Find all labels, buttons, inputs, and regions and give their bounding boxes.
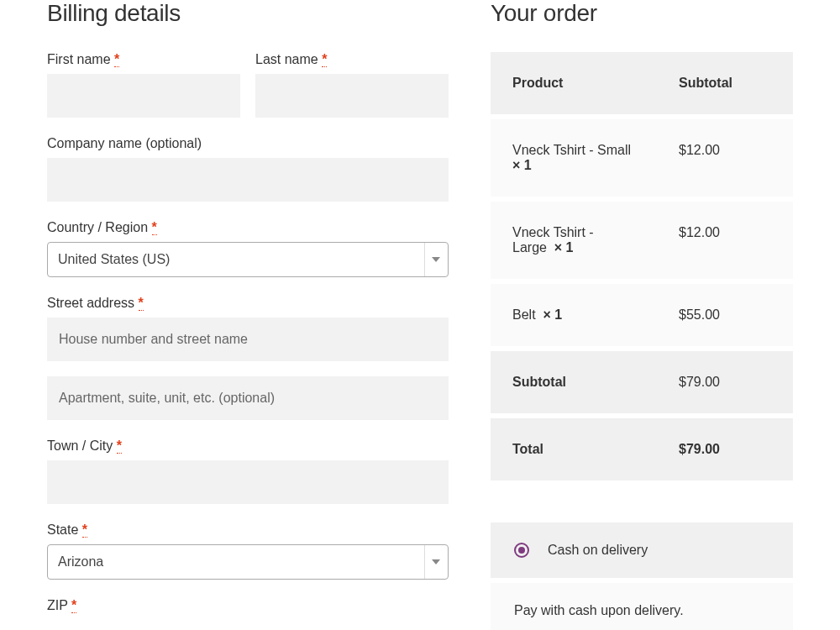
zip-label: ZIP *: [47, 598, 449, 613]
state-value: Arizona: [58, 554, 103, 570]
subtotal-label: Subtotal: [491, 349, 657, 416]
required-icon: *: [82, 522, 87, 538]
required-icon: *: [152, 220, 157, 235]
state-select[interactable]: Arizona: [47, 544, 449, 580]
total-value: $79.00: [657, 416, 793, 480]
street-address-2-input[interactable]: [47, 376, 449, 420]
city-input[interactable]: [47, 460, 449, 504]
radio-selected-icon: [514, 543, 529, 558]
required-icon: *: [139, 296, 144, 311]
city-label: Town / City *: [47, 438, 449, 454]
street-address-1-input[interactable]: [47, 318, 449, 361]
order-item-name: Belt × 1: [491, 281, 657, 349]
order-item-subtotal: $12.00: [657, 199, 793, 281]
required-icon: *: [114, 52, 119, 67]
payment-method-cod[interactable]: Cash on delivery: [491, 522, 793, 578]
last-name-label: Last name *: [255, 52, 449, 67]
first-name-input[interactable]: [47, 74, 240, 118]
chevron-down-icon: [424, 545, 441, 579]
payment-method-description: Pay with cash upon delivery.: [491, 583, 793, 630]
country-label: Country / Region *: [47, 220, 449, 235]
table-row: Belt × 1$55.00: [491, 281, 793, 349]
state-label: State *: [47, 522, 449, 538]
order-item-name: Vneck Tshirt - Small × 1: [491, 117, 657, 199]
required-icon: *: [71, 598, 76, 613]
table-row: Vneck Tshirt - Large × 1$12.00: [491, 199, 793, 281]
order-item-subtotal: $55.00: [657, 281, 793, 349]
street-label: Street address *: [47, 296, 449, 311]
subtotal-value: $79.00: [657, 349, 793, 416]
order-head-subtotal: Subtotal: [657, 52, 793, 117]
last-name-input[interactable]: [255, 74, 449, 118]
required-icon: *: [322, 52, 327, 67]
order-item-subtotal: $12.00: [657, 117, 793, 199]
required-icon: *: [117, 438, 122, 454]
order-item-qty: × 1: [554, 240, 574, 255]
billing-heading: Billing details: [47, 0, 449, 27]
payment-method-label: Cash on delivery: [548, 543, 648, 558]
order-item-name: Vneck Tshirt - Large × 1: [491, 199, 657, 281]
order-item-qty: × 1: [512, 158, 532, 172]
payment-section: Cash on delivery Pay with cash upon deli…: [491, 522, 793, 630]
company-input[interactable]: [47, 158, 449, 202]
order-heading: Your order: [491, 0, 793, 27]
company-label: Company name (optional): [47, 136, 449, 151]
country-value: United States (US): [58, 252, 170, 267]
order-item-qty: × 1: [543, 307, 562, 322]
order-head-product: Product: [491, 52, 657, 117]
first-name-label: First name *: [47, 52, 240, 67]
country-select[interactable]: United States (US): [47, 242, 449, 277]
chevron-down-icon: [424, 243, 441, 276]
table-row: Vneck Tshirt - Small × 1$12.00: [491, 117, 793, 199]
total-label: Total: [491, 416, 657, 480]
order-summary-table: Product Subtotal Vneck Tshirt - Small × …: [491, 52, 793, 480]
